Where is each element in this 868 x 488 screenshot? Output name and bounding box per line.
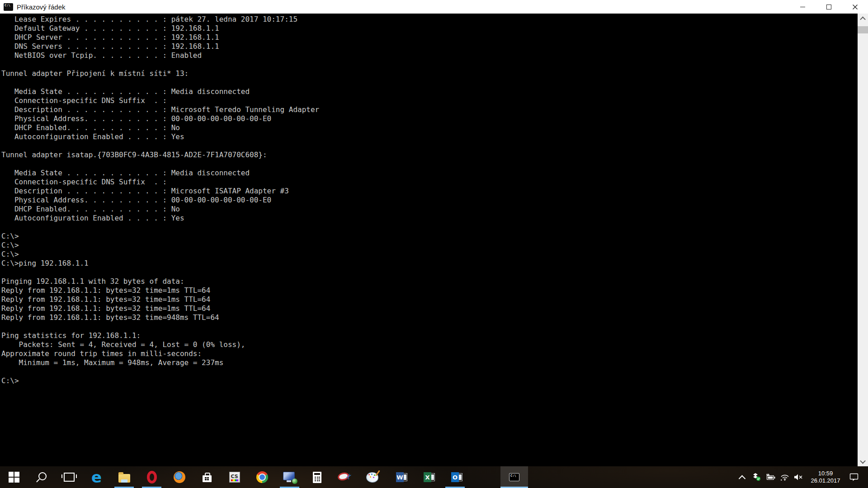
task-view-icon xyxy=(64,473,75,482)
search-icon xyxy=(38,472,47,480)
window-title: Příkazový řádek xyxy=(17,3,66,11)
console-area[interactable]: Lease Expires . . . . . . . . . . : páte… xyxy=(0,14,858,466)
taskbar-item-word[interactable]: W xyxy=(386,466,414,488)
battery-charging-icon xyxy=(765,474,776,481)
chrome-icon xyxy=(256,471,268,483)
calculator-icon xyxy=(313,472,321,483)
cmd-window-icon: C:\ xyxy=(4,3,13,11)
excel-letter: X xyxy=(424,472,431,482)
taskbar-item-store[interactable] xyxy=(193,466,221,488)
action-center-button[interactable] xyxy=(846,466,862,488)
close-button[interactable] xyxy=(842,0,868,14)
excel-icon: X xyxy=(424,472,431,482)
taskbar: e CS xyxy=(0,466,868,488)
taskbar-item-opera[interactable] xyxy=(138,466,165,488)
minimize-button[interactable] xyxy=(789,0,816,14)
scrollbar-thumb[interactable] xyxy=(858,26,868,33)
taskbar-item-firefox[interactable] xyxy=(165,466,193,488)
restore-icon xyxy=(826,5,831,9)
command-prompt-icon: C:\ xyxy=(509,473,519,481)
tray-battery-button[interactable] xyxy=(763,466,778,488)
taskbar-item-snipping-tool[interactable] xyxy=(331,466,359,488)
taskbar-item-calculator[interactable] xyxy=(303,466,331,488)
tray-show-hidden-icons-button[interactable] xyxy=(734,466,750,488)
remote-desktop-icon xyxy=(283,472,295,480)
clock-date: 26.01.2017 xyxy=(811,477,840,484)
cs-app-label: CS xyxy=(231,474,238,479)
chevron-down-icon xyxy=(860,458,866,464)
tray-dropbox-button[interactable] xyxy=(750,466,763,488)
minimize-icon xyxy=(800,7,805,7)
firefox-icon xyxy=(174,471,185,483)
chevron-up-icon xyxy=(738,475,745,482)
tray-volume-button[interactable] xyxy=(792,466,805,488)
task-view-button[interactable] xyxy=(55,466,83,488)
taskbar-item-excel[interactable]: X xyxy=(414,466,441,488)
windows-logo-icon xyxy=(9,472,19,483)
edge-icon: e xyxy=(91,470,102,484)
wifi-icon xyxy=(780,474,790,481)
windows-store-icon xyxy=(203,475,212,482)
cs-app-icon: CS xyxy=(229,472,240,483)
taskbar-item-remote-desktop[interactable] xyxy=(276,466,303,488)
taskbar-item-outlook[interactable]: O xyxy=(441,466,469,488)
close-icon xyxy=(852,4,858,10)
dropbox-icon xyxy=(752,473,761,481)
paint-icon xyxy=(366,472,378,483)
taskbar-item-command-prompt[interactable]: C:\ xyxy=(500,466,528,488)
taskbar-spacer xyxy=(469,466,500,488)
scroll-down-button[interactable] xyxy=(858,456,868,466)
taskbar-item-cs-app[interactable]: CS xyxy=(221,466,248,488)
taskbar-search-button[interactable] xyxy=(28,466,55,488)
snipping-tool-icon xyxy=(337,471,349,482)
taskbar-item-paint[interactable] xyxy=(359,466,386,488)
outlook-letter: O xyxy=(451,472,459,482)
outlook-icon: O xyxy=(451,472,459,482)
scroll-up-button[interactable] xyxy=(858,14,868,23)
restore-button[interactable] xyxy=(816,0,842,14)
taskbar-item-file-explorer[interactable] xyxy=(110,466,138,488)
tray-clock[interactable]: 10:59 26.01.2017 xyxy=(805,466,846,488)
taskbar-pinned-items: e CS xyxy=(0,466,528,488)
tray-network-button[interactable] xyxy=(778,466,792,488)
volume-muted-icon xyxy=(794,474,803,481)
window-titlebar: C:\ Příkazový řádek xyxy=(0,0,868,14)
file-explorer-icon xyxy=(118,474,130,483)
word-icon: W xyxy=(396,472,404,482)
word-letter: W xyxy=(396,472,404,482)
start-button[interactable] xyxy=(0,466,28,488)
system-tray: 10:59 26.01.2017 xyxy=(734,466,868,488)
clock-time: 10:59 xyxy=(811,470,840,477)
console-output: Lease Expires . . . . . . . . . . : páte… xyxy=(0,14,858,385)
window-controls xyxy=(789,0,868,14)
taskbar-item-chrome[interactable] xyxy=(248,466,276,488)
console-scrollbar[interactable] xyxy=(858,14,868,466)
desktop-screen: C:\ Příkazový řádek Lease Expires . . . … xyxy=(0,0,868,488)
opera-icon xyxy=(147,471,157,483)
taskbar-item-edge[interactable]: e xyxy=(83,466,110,488)
action-center-icon xyxy=(849,473,859,482)
chevron-up-icon xyxy=(860,16,866,22)
